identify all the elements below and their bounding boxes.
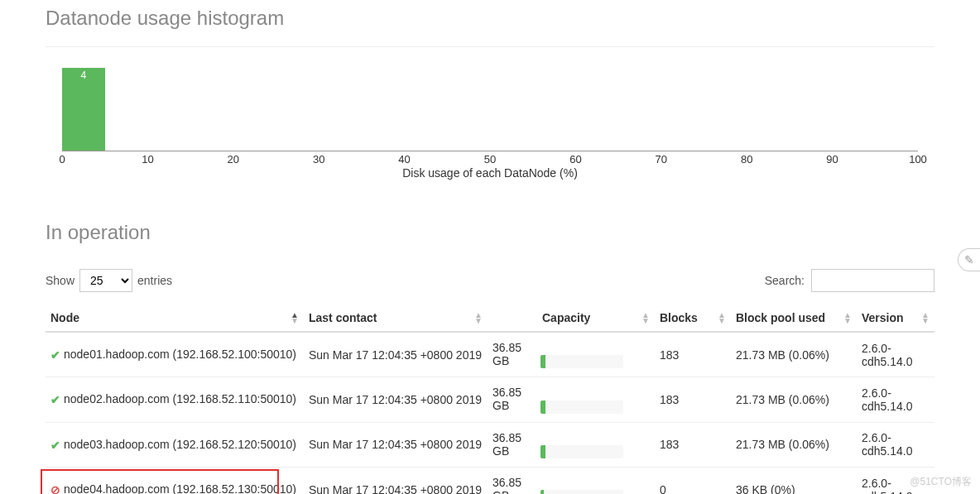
- node-link[interactable]: node02.hadoop.com (192.168.52.110:50010): [64, 392, 296, 405]
- cell-last-contact: Sun Mar 17 12:04:35 +0800 2019: [304, 332, 488, 377]
- node-link[interactable]: node01.hadoop.com (192.168.52.100:50010): [64, 348, 296, 361]
- cell-capacity: 36.85 GB: [488, 467, 655, 494]
- cell-blocks: 183: [655, 332, 731, 377]
- cell-capacity: 36.85 GB: [488, 377, 655, 422]
- checkmark-icon: ✔: [50, 348, 62, 362]
- cell-block-pool: 21.73 MB (0.06%): [731, 377, 857, 422]
- histogram-bar: 4: [62, 68, 105, 151]
- error-icon: ⊘: [50, 483, 62, 494]
- capacity-bar: [540, 400, 623, 414]
- show-label: Show: [46, 274, 74, 287]
- cell-block-pool: 36 KB (0%): [731, 467, 857, 494]
- table-row: ✔node02.hadoop.com (192.168.52.110:50010…: [46, 377, 934, 422]
- entries-label: entries: [137, 274, 172, 287]
- side-badge-icon[interactable]: ✎: [958, 248, 980, 271]
- datanode-table: Node ▲▼ Last contact ▲▼ Capacity ▲▼ Bloc…: [46, 305, 934, 494]
- x-tick: 20: [228, 153, 239, 165]
- search-input[interactable]: [811, 269, 934, 292]
- x-tick: 70: [656, 153, 667, 165]
- cell-version: 2.6.0-cdh5.14.0: [857, 422, 934, 467]
- search-label: Search:: [765, 274, 805, 287]
- histogram-xlabel: Disk usage of each DataNode (%): [46, 166, 934, 180]
- capacity-bar: [540, 490, 623, 494]
- cell-blocks: 183: [655, 422, 731, 467]
- cell-last-contact: Sun Mar 17 12:04:35 +0800 2019: [304, 467, 488, 494]
- col-last-contact[interactable]: Last contact ▲▼: [304, 305, 488, 332]
- cell-block-pool: 21.73 MB (0.06%): [731, 422, 857, 467]
- x-tick: 80: [741, 153, 752, 165]
- x-tick: 10: [142, 153, 153, 165]
- x-tick: 30: [313, 153, 324, 165]
- x-tick: 40: [398, 153, 410, 165]
- cell-last-contact: Sun Mar 17 12:04:35 +0800 2019: [304, 377, 488, 422]
- cell-version: 2.6.0-cdh5.14.0: [857, 332, 934, 377]
- sort-icon: ▲▼: [474, 312, 483, 324]
- table-row: ✔node03.hadoop.com (192.168.52.120:50010…: [46, 422, 934, 467]
- node-link[interactable]: node03.hadoop.com (192.168.52.120:50010): [64, 438, 296, 451]
- entries-select[interactable]: 25: [79, 269, 132, 292]
- cell-block-pool: 21.73 MB (0.06%): [731, 332, 857, 377]
- operation-title: In operation: [46, 221, 934, 244]
- checkmark-icon: ✔: [50, 393, 62, 406]
- capacity-bar: [540, 445, 623, 458]
- col-node[interactable]: Node ▲▼: [46, 305, 304, 332]
- x-tick: 90: [826, 153, 838, 165]
- cell-capacity: 36.85 GB: [488, 422, 655, 467]
- sort-icon: ▲▼: [921, 312, 930, 324]
- histogram-title: Datanode usage histogram: [46, 7, 934, 30]
- col-block-pool[interactable]: Block pool used ▲▼: [731, 305, 857, 332]
- sort-icon: ▲▼: [843, 312, 852, 324]
- cell-blocks: 183: [655, 377, 731, 422]
- node-link[interactable]: node04.hadoop.com (192.168.52.130:50010): [64, 482, 296, 494]
- histogram-chart: 4 0102030405060708090100 Disk usage of e…: [46, 46, 934, 180]
- sort-icon: ▲▼: [291, 312, 299, 324]
- x-tick: 100: [909, 153, 927, 165]
- cell-blocks: 0: [655, 467, 731, 494]
- table-row: ⊘node04.hadoop.com (192.168.52.130:50010…: [46, 467, 934, 494]
- sort-icon: ▲▼: [718, 312, 726, 324]
- col-version[interactable]: Version ▲▼: [857, 305, 934, 332]
- cell-version: 2.6.0-cdh5.14.0: [857, 377, 934, 422]
- cell-version: 2.6.0-cdh5.14.0: [857, 467, 934, 494]
- x-tick: 0: [59, 153, 65, 165]
- cell-last-contact: Sun Mar 17 12:04:35 +0800 2019: [304, 422, 488, 467]
- col-blocks[interactable]: Blocks ▲▼: [655, 305, 731, 332]
- x-tick: 50: [484, 153, 496, 165]
- table-row: ✔node01.hadoop.com (192.168.52.100:50010…: [46, 332, 934, 377]
- col-capacity[interactable]: Capacity ▲▼: [488, 305, 655, 332]
- cell-capacity: 36.85 GB: [488, 332, 655, 377]
- checkmark-icon: ✔: [50, 439, 62, 452]
- x-tick: 60: [569, 153, 581, 165]
- capacity-bar: [540, 355, 623, 368]
- sort-icon: ▲▼: [641, 312, 650, 324]
